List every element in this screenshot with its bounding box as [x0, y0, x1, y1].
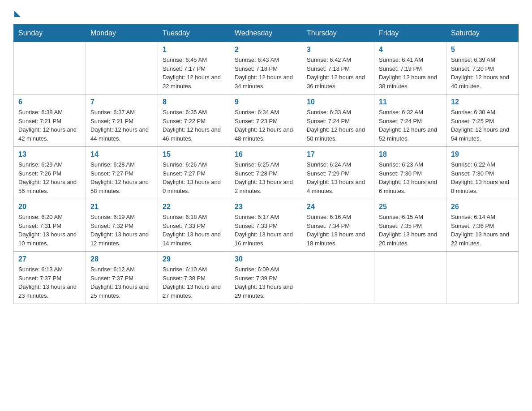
calendar-cell: 28Sunrise: 6:12 AMSunset: 7:37 PMDayligh…: [86, 252, 158, 304]
day-detail: Sunrise: 6:24 AMSunset: 7:29 PMDaylight:…: [307, 160, 369, 195]
logo-triangle-icon: [14, 11, 21, 17]
calendar-cell: 9Sunrise: 6:34 AMSunset: 7:23 PMDaylight…: [230, 94, 302, 147]
day-detail: Sunrise: 6:23 AMSunset: 7:30 PMDaylight:…: [379, 160, 442, 195]
calendar-week-row: 20Sunrise: 6:20 AMSunset: 7:31 PMDayligh…: [14, 199, 519, 252]
day-detail: Sunrise: 6:35 AMSunset: 7:22 PMDaylight:…: [163, 108, 225, 143]
day-detail: Sunrise: 6:18 AMSunset: 7:33 PMDaylight:…: [163, 213, 225, 248]
day-detail: Sunrise: 6:13 AMSunset: 7:37 PMDaylight:…: [18, 265, 81, 300]
weekday-header-thursday: Thursday: [302, 25, 374, 42]
calendar-week-row: 13Sunrise: 6:29 AMSunset: 7:26 PMDayligh…: [14, 147, 519, 199]
day-number: 16: [235, 150, 297, 158]
day-number: 20: [18, 203, 81, 211]
calendar-cell: 20Sunrise: 6:20 AMSunset: 7:31 PMDayligh…: [14, 199, 86, 252]
logo: [13, 9, 21, 16]
day-number: 6: [18, 98, 81, 106]
calendar-cell: 3Sunrise: 6:42 AMSunset: 7:18 PMDaylight…: [302, 42, 374, 94]
calendar-cell: [14, 42, 86, 94]
day-detail: Sunrise: 6:16 AMSunset: 7:34 PMDaylight:…: [307, 213, 369, 248]
day-number: 1: [163, 46, 225, 54]
calendar-cell: 4Sunrise: 6:41 AMSunset: 7:19 PMDaylight…: [374, 42, 446, 94]
calendar-cell: 14Sunrise: 6:28 AMSunset: 7:27 PMDayligh…: [86, 147, 158, 199]
day-detail: Sunrise: 6:15 AMSunset: 7:35 PMDaylight:…: [379, 213, 442, 248]
day-number: 23: [235, 203, 297, 211]
day-number: 30: [235, 255, 297, 263]
calendar-cell: 25Sunrise: 6:15 AMSunset: 7:35 PMDayligh…: [374, 199, 446, 252]
day-number: 28: [90, 255, 153, 263]
day-detail: Sunrise: 6:43 AMSunset: 7:18 PMDaylight:…: [235, 56, 297, 90]
calendar-cell: [446, 252, 519, 304]
day-detail: Sunrise: 6:32 AMSunset: 7:24 PMDaylight:…: [379, 108, 442, 143]
day-number: 3: [307, 46, 369, 54]
day-detail: Sunrise: 6:29 AMSunset: 7:26 PMDaylight:…: [18, 160, 81, 195]
day-number: 2: [235, 46, 297, 54]
day-detail: Sunrise: 6:09 AMSunset: 7:39 PMDaylight:…: [235, 265, 297, 300]
calendar-cell: 16Sunrise: 6:25 AMSunset: 7:28 PMDayligh…: [230, 147, 302, 199]
weekday-header-saturday: Saturday: [446, 25, 519, 42]
calendar-cell: 6Sunrise: 6:38 AMSunset: 7:21 PMDaylight…: [14, 94, 86, 147]
calendar-cell: 26Sunrise: 6:14 AMSunset: 7:36 PMDayligh…: [446, 199, 519, 252]
day-number: 25: [379, 203, 442, 211]
calendar-cell: [302, 252, 374, 304]
day-detail: Sunrise: 6:17 AMSunset: 7:33 PMDaylight:…: [235, 213, 297, 248]
calendar-cell: [374, 252, 446, 304]
weekday-header-friday: Friday: [374, 25, 446, 42]
day-detail: Sunrise: 6:26 AMSunset: 7:27 PMDaylight:…: [163, 160, 225, 195]
calendar-cell: 5Sunrise: 6:39 AMSunset: 7:20 PMDaylight…: [446, 42, 519, 94]
calendar-cell: 22Sunrise: 6:18 AMSunset: 7:33 PMDayligh…: [158, 199, 230, 252]
calendar-week-row: 27Sunrise: 6:13 AMSunset: 7:37 PMDayligh…: [14, 252, 519, 304]
calendar-cell: 27Sunrise: 6:13 AMSunset: 7:37 PMDayligh…: [14, 252, 86, 304]
day-number: 26: [451, 203, 514, 211]
calendar-week-row: 6Sunrise: 6:38 AMSunset: 7:21 PMDaylight…: [14, 94, 519, 147]
day-number: 10: [307, 98, 369, 106]
calendar-cell: 19Sunrise: 6:22 AMSunset: 7:30 PMDayligh…: [446, 147, 519, 199]
day-number: 21: [90, 203, 153, 211]
weekday-header-monday: Monday: [86, 25, 158, 42]
day-detail: Sunrise: 6:37 AMSunset: 7:21 PMDaylight:…: [90, 108, 153, 143]
day-detail: Sunrise: 6:28 AMSunset: 7:27 PMDaylight:…: [90, 160, 153, 195]
calendar-cell: 24Sunrise: 6:16 AMSunset: 7:34 PMDayligh…: [302, 199, 374, 252]
weekday-header-sunday: Sunday: [14, 25, 86, 42]
day-detail: Sunrise: 6:19 AMSunset: 7:32 PMDaylight:…: [90, 213, 153, 248]
weekday-header-row: SundayMondayTuesdayWednesdayThursdayFrid…: [14, 25, 519, 42]
day-detail: Sunrise: 6:33 AMSunset: 7:24 PMDaylight:…: [307, 108, 369, 143]
day-number: 18: [379, 150, 442, 158]
day-number: 12: [451, 98, 514, 106]
day-detail: Sunrise: 6:22 AMSunset: 7:30 PMDaylight:…: [451, 160, 514, 195]
calendar-cell: 17Sunrise: 6:24 AMSunset: 7:29 PMDayligh…: [302, 147, 374, 199]
day-detail: Sunrise: 6:45 AMSunset: 7:17 PMDaylight:…: [163, 56, 225, 90]
weekday-header-wednesday: Wednesday: [230, 25, 302, 42]
calendar-cell: 15Sunrise: 6:26 AMSunset: 7:27 PMDayligh…: [158, 147, 230, 199]
calendar-cell: 8Sunrise: 6:35 AMSunset: 7:22 PMDaylight…: [158, 94, 230, 147]
day-number: 15: [163, 150, 225, 158]
weekday-header-tuesday: Tuesday: [158, 25, 230, 42]
day-detail: Sunrise: 6:20 AMSunset: 7:31 PMDaylight:…: [18, 213, 81, 248]
day-number: 4: [379, 46, 442, 54]
calendar-cell: [86, 42, 158, 94]
day-number: 14: [90, 150, 153, 158]
day-number: 27: [18, 255, 81, 263]
calendar-table: SundayMondayTuesdayWednesdayThursdayFrid…: [13, 24, 519, 304]
calendar-cell: 10Sunrise: 6:33 AMSunset: 7:24 PMDayligh…: [302, 94, 374, 147]
day-number: 11: [379, 98, 442, 106]
calendar-cell: 2Sunrise: 6:43 AMSunset: 7:18 PMDaylight…: [230, 42, 302, 94]
day-detail: Sunrise: 6:10 AMSunset: 7:38 PMDaylight:…: [163, 265, 225, 300]
calendar-cell: 30Sunrise: 6:09 AMSunset: 7:39 PMDayligh…: [230, 252, 302, 304]
day-number: 17: [307, 150, 369, 158]
day-number: 7: [90, 98, 153, 106]
day-detail: Sunrise: 6:34 AMSunset: 7:23 PMDaylight:…: [235, 108, 297, 143]
calendar-cell: 7Sunrise: 6:37 AMSunset: 7:21 PMDaylight…: [86, 94, 158, 147]
calendar-cell: 11Sunrise: 6:32 AMSunset: 7:24 PMDayligh…: [374, 94, 446, 147]
calendar-cell: 12Sunrise: 6:30 AMSunset: 7:25 PMDayligh…: [446, 94, 519, 147]
day-detail: Sunrise: 6:39 AMSunset: 7:20 PMDaylight:…: [451, 56, 514, 90]
calendar-cell: 29Sunrise: 6:10 AMSunset: 7:38 PMDayligh…: [158, 252, 230, 304]
page-header: [13, 9, 519, 16]
day-number: 8: [163, 98, 225, 106]
calendar-cell: 21Sunrise: 6:19 AMSunset: 7:32 PMDayligh…: [86, 199, 158, 252]
day-number: 22: [163, 203, 225, 211]
day-detail: Sunrise: 6:12 AMSunset: 7:37 PMDaylight:…: [90, 265, 153, 300]
day-number: 9: [235, 98, 297, 106]
day-detail: Sunrise: 6:42 AMSunset: 7:18 PMDaylight:…: [307, 56, 369, 90]
day-number: 13: [18, 150, 81, 158]
calendar-week-row: 1Sunrise: 6:45 AMSunset: 7:17 PMDaylight…: [14, 42, 519, 94]
calendar-cell: 1Sunrise: 6:45 AMSunset: 7:17 PMDaylight…: [158, 42, 230, 94]
